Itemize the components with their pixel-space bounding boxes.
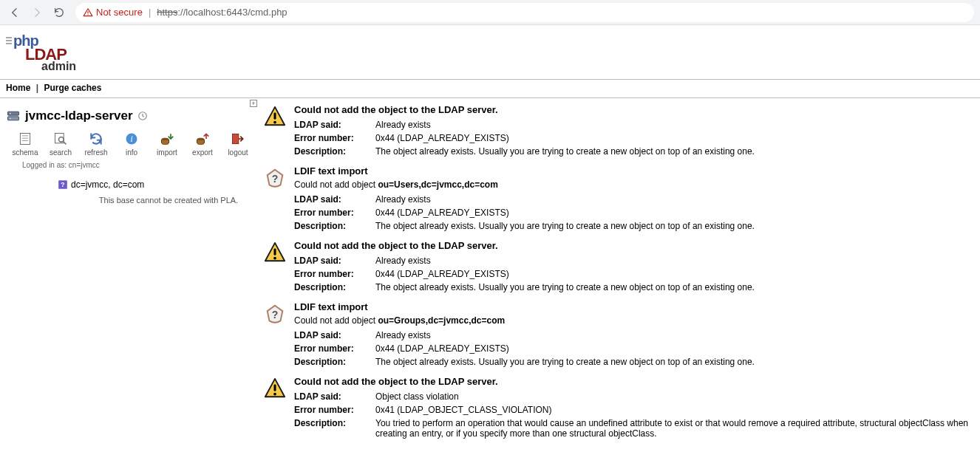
toolbar-refresh[interactable]: refresh bbox=[78, 131, 114, 157]
sidebar: + jvmcc-ldap-server schema search refres… bbox=[0, 98, 257, 450]
logout-icon bbox=[231, 131, 245, 146]
svg-point-4 bbox=[10, 113, 11, 114]
nav-purge-caches[interactable]: Purge caches bbox=[44, 83, 101, 93]
tree-note: This base cannot be created with PLA. bbox=[58, 190, 250, 205]
message-row-value: You tried to perform an operation that w… bbox=[375, 418, 974, 439]
svg-point-1 bbox=[87, 14, 88, 15]
message-row: LDAP said:Object class violation bbox=[294, 390, 974, 403]
message-row: Description:The object already exists. U… bbox=[294, 219, 974, 233]
message-row: Error number:0x44 (LDAP_ALREADY_EXISTS) bbox=[294, 342, 974, 355]
message-details: LDAP said:Already existsError number:0x4… bbox=[294, 193, 974, 233]
ldif-shield-icon bbox=[263, 301, 287, 325]
message-row: Description:You tried to perform an oper… bbox=[294, 417, 974, 440]
back-button[interactable] bbox=[6, 4, 24, 21]
toolbar-import[interactable]: import bbox=[149, 131, 185, 157]
message-row-value: 0x44 (LDAP_ALREADY_EXISTS) bbox=[375, 269, 974, 279]
toolbar-info[interactable]: i info bbox=[114, 131, 149, 157]
export-icon bbox=[195, 131, 210, 146]
not-secure-text: Not secure bbox=[96, 7, 143, 18]
svg-rect-7 bbox=[20, 134, 30, 145]
forward-button[interactable] bbox=[28, 4, 46, 21]
address-bar[interactable]: Not secure | https://localhost:6443/cmd.… bbox=[75, 3, 974, 22]
browser-toolbar: Not secure | https://localhost:6443/cmd.… bbox=[0, 0, 980, 25]
not-secure-badge: Not secure bbox=[83, 7, 143, 18]
message-row: Error number:0x44 (LDAP_ALREADY_EXISTS) bbox=[294, 206, 974, 219]
message-row-value: 0x44 (LDAP_ALREADY_EXISTS) bbox=[375, 208, 974, 218]
import-icon bbox=[160, 131, 174, 146]
toolbar-search[interactable]: search bbox=[43, 131, 78, 157]
svg-text:i: i bbox=[130, 134, 132, 144]
message-row-value: The object already exists. Usually you a… bbox=[375, 221, 974, 231]
info-icon: i bbox=[124, 131, 139, 146]
sidebar-collapse-toggle[interactable]: + bbox=[250, 100, 257, 107]
message-details: LDAP said:Already existsError number:0x4… bbox=[294, 254, 974, 294]
message-row: LDAP said:Already exists bbox=[294, 254, 974, 267]
toolbar-logout[interactable]: logout bbox=[220, 131, 256, 157]
message-row: LDAP said:Already exists bbox=[294, 329, 974, 342]
warning-icon bbox=[263, 240, 287, 264]
toolbar-export[interactable]: export bbox=[185, 131, 220, 157]
message-row-key: LDAP said: bbox=[294, 330, 375, 340]
schema-icon bbox=[18, 131, 33, 146]
nav-bar: Home | Purge caches bbox=[0, 80, 980, 97]
message-row-value: Already exists bbox=[375, 194, 974, 205]
url-separator: | bbox=[149, 7, 151, 18]
message-block: Could not add the object to the LDAP ser… bbox=[263, 101, 974, 162]
message-block: LDIF text importCould not add object ou=… bbox=[263, 162, 974, 237]
server-icon bbox=[6, 109, 21, 123]
message-body: Could not add the object to the LDAP ser… bbox=[294, 104, 974, 158]
ldap-tree: ? dc=jvmcc, dc=com This base cannot be c… bbox=[6, 169, 257, 205]
message-row-value: 0x41 (LDAP_OBJECT_CLASS_VIOLATION) bbox=[375, 405, 974, 415]
message-row: Description:The object already exists. U… bbox=[294, 145, 974, 158]
tree-base-entry[interactable]: ? dc=jvmcc, dc=com bbox=[58, 179, 257, 190]
message-row-value: 0x44 (LDAP_ALREADY_EXISTS) bbox=[375, 133, 974, 143]
message-row-key: Error number: bbox=[294, 208, 375, 218]
message-row-key: LDAP said: bbox=[294, 256, 375, 266]
message-row: Error number:0x44 (LDAP_ALREADY_EXISTS) bbox=[294, 131, 974, 145]
message-details: LDAP said:Already existsError number:0x4… bbox=[294, 329, 974, 369]
tree-base-dn: dc=jvmcc, dc=com bbox=[71, 179, 144, 190]
message-row-value: The object already exists. Usually you a… bbox=[375, 146, 974, 157]
url-text: https://localhost:6443/cmd.php bbox=[157, 7, 287, 18]
message-row-value: 0x44 (LDAP_ALREADY_EXISTS) bbox=[375, 343, 974, 354]
message-details: LDAP said:Already existsError number:0x4… bbox=[294, 118, 974, 158]
message-subtitle: Could not add object ou=Groups,dc=jvmcc,… bbox=[294, 315, 974, 329]
message-row-value: Already exists bbox=[375, 330, 974, 340]
message-row-value: The object already exists. Usually you a… bbox=[375, 282, 974, 292]
message-row: LDAP said:Already exists bbox=[294, 118, 974, 131]
message-row-key: Description: bbox=[294, 357, 375, 367]
message-title: Could not add the object to the LDAP ser… bbox=[294, 104, 974, 118]
logo-bars-icon bbox=[6, 37, 12, 46]
message-row-key: Description: bbox=[294, 282, 375, 292]
svg-rect-3 bbox=[8, 117, 19, 120]
message-row-value: Object class violation bbox=[375, 391, 974, 402]
refresh-icon bbox=[89, 131, 103, 146]
server-toolbar: schema search refresh i info import expo… bbox=[6, 131, 257, 157]
message-row-key: Description: bbox=[294, 146, 375, 157]
message-block: Could not add the object to the LDAP ser… bbox=[263, 237, 974, 298]
message-title: LDIF text import bbox=[294, 301, 974, 315]
warning-triangle-icon bbox=[83, 7, 93, 18]
svg-text:?: ? bbox=[61, 181, 64, 188]
message-body: LDIF text importCould not add object ou=… bbox=[294, 165, 974, 233]
message-row-key: Description: bbox=[294, 221, 375, 231]
message-body: Could not add the object to the LDAP ser… bbox=[294, 240, 974, 294]
message-row-key: Error number: bbox=[294, 133, 375, 143]
warning-icon bbox=[263, 104, 287, 128]
ldif-shield-icon bbox=[263, 165, 287, 189]
svg-rect-2 bbox=[8, 112, 19, 115]
clock-icon bbox=[137, 111, 148, 121]
message-row: LDAP said:Already exists bbox=[294, 193, 974, 206]
nav-home[interactable]: Home bbox=[6, 83, 30, 93]
message-subtitle: Could not add object ou=Users,dc=jvmcc,d… bbox=[294, 179, 974, 193]
message-row: Error number:0x44 (LDAP_ALREADY_EXISTS) bbox=[294, 267, 974, 281]
reload-button[interactable] bbox=[50, 4, 68, 21]
message-body: LDIF text importCould not add object ou=… bbox=[294, 301, 974, 369]
message-row-value: The object already exists. Usually you a… bbox=[375, 357, 974, 367]
search-icon bbox=[53, 131, 68, 146]
message-title: Could not add the object to the LDAP ser… bbox=[294, 240, 974, 254]
message-row-key: Error number: bbox=[294, 343, 375, 354]
message-row-key: Description: bbox=[294, 418, 375, 428]
toolbar-schema[interactable]: schema bbox=[7, 131, 43, 157]
svg-point-5 bbox=[10, 118, 11, 120]
